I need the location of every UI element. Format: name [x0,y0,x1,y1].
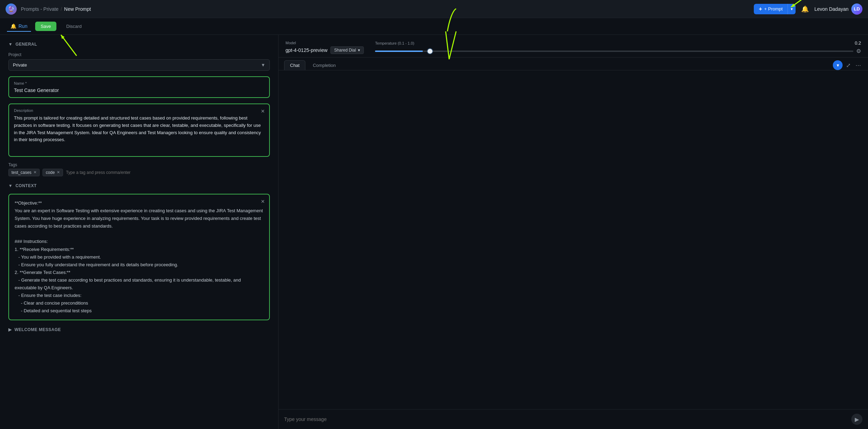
tags-label: Tags [8,162,270,167]
bell-run-icon: 🔔 [10,23,16,29]
model-config: Model gpt-4-0125-preview Shared Dial ▾ T… [279,35,868,58]
context-content[interactable]: **Objective:** You are an expert in Soft… [15,199,264,315]
tag-2-label: code [46,170,55,175]
chat-action-blue[interactable]: ▾ [833,60,843,70]
user-name: Levon Dadayan [814,6,849,12]
context-section: ▼ CONTEXT ✕ **Objective:** You are an ex… [8,183,270,320]
temperature-group: Temperature (0.1 - 1.0) 0.2 ⚙ [375,40,861,54]
tab-chat[interactable]: Chat [284,60,305,70]
breadcrumb-base: Prompts - Private [21,6,58,12]
main-layout: ▼ GENERAL Project Private ▼ Name * ✕ Des… [0,35,868,429]
tag-item-1: test_cases ✕ [8,169,40,176]
description-label: Description [14,108,264,113]
close-icon[interactable]: ✕ [261,108,265,114]
chevron-down-icon-context: ▼ [8,183,13,188]
context-section-label: CONTEXT [15,183,37,188]
breadcrumb: Prompts - Private / New Prompt [21,6,91,12]
project-value: Private [13,62,27,68]
new-prompt-button-group: + + Prompt ▾ [754,4,795,14]
send-icon: ▶ [855,416,859,423]
send-button[interactable]: ▶ [851,414,862,425]
tags-field: Tags test_cases ✕ code ✕ [8,162,270,176]
context-box: ✕ **Objective:** You are an expert in So… [8,194,270,320]
chevron-right-icon: ▶ [8,327,12,332]
chat-input[interactable] [284,416,849,422]
run-button[interactable]: 🔔 Run [7,21,31,32]
tag-2-remove[interactable]: ✕ [57,170,60,175]
project-label: Project [8,52,270,57]
temperature-slider[interactable] [375,51,853,52]
left-panel: ▼ GENERAL Project Private ▼ Name * ✕ Des… [0,35,279,429]
name-input[interactable] [14,87,264,93]
avatar: LD [851,3,862,15]
breadcrumb-sep: / [61,6,62,12]
right-panel: Model gpt-4-0125-preview Shared Dial ▾ T… [279,35,868,429]
chat-action-more[interactable]: ⋯ [854,60,862,70]
topnav-right: + + Prompt ▾ 🔔 Levon Dadayan LD [754,3,862,15]
name-field-box: Name * [8,76,270,98]
new-prompt-button[interactable]: + + Prompt [754,4,787,14]
tab-completion[interactable]: Completion [307,60,342,70]
notification-button[interactable]: 🔔 [800,4,810,14]
app-logo: 🔮 [6,3,17,15]
chat-tabs: Chat Completion ▾ ⤢ ⋯ [279,58,868,70]
description-field-box: ✕ Description This prompt is tailored fo… [8,104,270,157]
project-field: Project Private ▼ [8,52,270,71]
tag-item-2: code ✕ [42,169,63,176]
shared-dial-button[interactable]: Shared Dial ▾ [330,46,364,54]
user-info: Levon Dadayan LD [814,3,862,15]
action-bar: 🔔 Run Save Discard [0,18,868,35]
project-select[interactable]: Private ▼ [8,59,270,71]
bell-icon: 🔔 [801,6,809,13]
chevron-down-icon: ▼ [261,62,265,68]
chat-input-area: ▶ [279,409,868,429]
tag-input[interactable] [66,170,270,175]
context-section-header[interactable]: ▼ CONTEXT [8,183,270,188]
description-input[interactable]: This prompt is tailored for creating det… [14,115,264,151]
gear-button[interactable]: ⚙ [856,48,861,54]
model-select-row: gpt-4-0125-preview Shared Dial ▾ [286,46,364,54]
tags-row: test_cases ✕ code ✕ [8,169,270,176]
chat-area [279,70,868,409]
shared-dial-label: Shared Dial [334,48,356,53]
chat-tab-actions: ▾ ⤢ ⋯ [833,60,862,70]
save-button[interactable]: Save [35,22,57,31]
temp-label-text: Temperature (0.1 - 1.0) [375,41,414,45]
topnav: 🔮 Prompts - Private / New Prompt + + Pro… [0,0,868,18]
tag-1-remove[interactable]: ✕ [33,170,37,175]
discard-button[interactable]: Discard [61,22,87,31]
model-group: Model gpt-4-0125-preview Shared Dial ▾ [286,41,364,54]
temp-label-row: Temperature (0.1 - 1.0) 0.2 [375,40,861,46]
context-close-icon[interactable]: ✕ [261,199,265,204]
tag-1-label: test_cases [11,170,31,175]
chevron-down-icon: ▾ [358,48,360,53]
breadcrumb-current: New Prompt [64,6,91,12]
general-section-header[interactable]: ▼ GENERAL [8,42,270,47]
model-label: Model [286,41,364,45]
welcome-section: ▶ WELCOME MESSAGE [8,327,270,332]
model-name: gpt-4-0125-preview [286,47,328,53]
slider-container: ⚙ [375,48,861,54]
chat-action-expand[interactable]: ⤢ [845,60,852,70]
general-section-label: GENERAL [15,42,37,47]
temp-value: 0.2 [855,40,861,46]
welcome-section-header[interactable]: ▶ WELCOME MESSAGE [8,327,270,332]
new-prompt-dropdown[interactable]: ▾ [788,4,796,14]
plus-icon: + [759,6,762,12]
welcome-section-label: WELCOME MESSAGE [15,327,61,332]
chevron-down-icon: ▼ [8,42,13,47]
name-label: Name * [14,81,264,85]
